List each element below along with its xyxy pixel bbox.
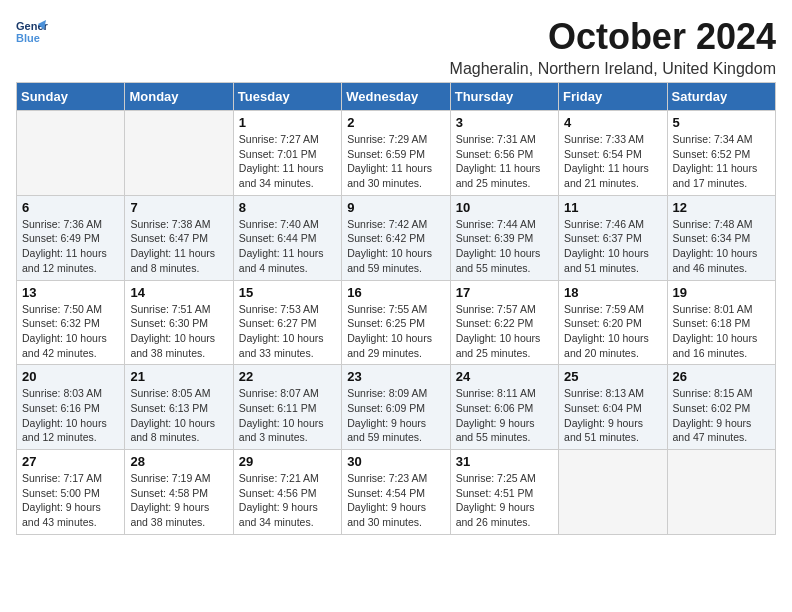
- calendar-week-row: 20Sunrise: 8:03 AM Sunset: 6:16 PM Dayli…: [17, 365, 776, 450]
- calendar-week-row: 13Sunrise: 7:50 AM Sunset: 6:32 PM Dayli…: [17, 280, 776, 365]
- calendar-cell: 28Sunrise: 7:19 AM Sunset: 4:58 PM Dayli…: [125, 450, 233, 535]
- calendar-cell: 9Sunrise: 7:42 AM Sunset: 6:42 PM Daylig…: [342, 195, 450, 280]
- calendar-body: 1Sunrise: 7:27 AM Sunset: 7:01 PM Daylig…: [17, 111, 776, 535]
- calendar-cell: 14Sunrise: 7:51 AM Sunset: 6:30 PM Dayli…: [125, 280, 233, 365]
- day-info: Sunrise: 7:50 AM Sunset: 6:32 PM Dayligh…: [22, 302, 119, 361]
- day-number: 30: [347, 454, 444, 469]
- day-number: 22: [239, 369, 336, 384]
- calendar-week-row: 6Sunrise: 7:36 AM Sunset: 6:49 PM Daylig…: [17, 195, 776, 280]
- header: General Blue October 2024 Magheralin, No…: [16, 16, 776, 78]
- calendar-cell: 23Sunrise: 8:09 AM Sunset: 6:09 PM Dayli…: [342, 365, 450, 450]
- calendar-cell: 10Sunrise: 7:44 AM Sunset: 6:39 PM Dayli…: [450, 195, 558, 280]
- calendar-cell: 24Sunrise: 8:11 AM Sunset: 6:06 PM Dayli…: [450, 365, 558, 450]
- calendar-cell: 5Sunrise: 7:34 AM Sunset: 6:52 PM Daylig…: [667, 111, 775, 196]
- day-number: 16: [347, 285, 444, 300]
- day-number: 10: [456, 200, 553, 215]
- calendar-table: SundayMondayTuesdayWednesdayThursdayFrid…: [16, 82, 776, 535]
- calendar-cell: 16Sunrise: 7:55 AM Sunset: 6:25 PM Dayli…: [342, 280, 450, 365]
- calendar-cell: 7Sunrise: 7:38 AM Sunset: 6:47 PM Daylig…: [125, 195, 233, 280]
- day-number: 28: [130, 454, 227, 469]
- calendar-header-cell: Sunday: [17, 83, 125, 111]
- logo: General Blue: [16, 16, 48, 48]
- day-info: Sunrise: 7:46 AM Sunset: 6:37 PM Dayligh…: [564, 217, 661, 276]
- day-info: Sunrise: 7:17 AM Sunset: 5:00 PM Dayligh…: [22, 471, 119, 530]
- calendar-week-row: 1Sunrise: 7:27 AM Sunset: 7:01 PM Daylig…: [17, 111, 776, 196]
- title-area: October 2024 Magheralin, Northern Irelan…: [450, 16, 776, 78]
- day-number: 7: [130, 200, 227, 215]
- calendar-cell: 2Sunrise: 7:29 AM Sunset: 6:59 PM Daylig…: [342, 111, 450, 196]
- day-info: Sunrise: 7:25 AM Sunset: 4:51 PM Dayligh…: [456, 471, 553, 530]
- calendar-cell: [559, 450, 667, 535]
- calendar-cell: [17, 111, 125, 196]
- calendar-cell: 1Sunrise: 7:27 AM Sunset: 7:01 PM Daylig…: [233, 111, 341, 196]
- day-info: Sunrise: 7:59 AM Sunset: 6:20 PM Dayligh…: [564, 302, 661, 361]
- day-info: Sunrise: 7:23 AM Sunset: 4:54 PM Dayligh…: [347, 471, 444, 530]
- day-info: Sunrise: 7:53 AM Sunset: 6:27 PM Dayligh…: [239, 302, 336, 361]
- calendar-cell: 20Sunrise: 8:03 AM Sunset: 6:16 PM Dayli…: [17, 365, 125, 450]
- day-info: Sunrise: 8:07 AM Sunset: 6:11 PM Dayligh…: [239, 386, 336, 445]
- day-number: 13: [22, 285, 119, 300]
- day-info: Sunrise: 8:09 AM Sunset: 6:09 PM Dayligh…: [347, 386, 444, 445]
- day-number: 2: [347, 115, 444, 130]
- calendar-header-cell: Tuesday: [233, 83, 341, 111]
- calendar-header-cell: Monday: [125, 83, 233, 111]
- day-info: Sunrise: 7:55 AM Sunset: 6:25 PM Dayligh…: [347, 302, 444, 361]
- day-number: 20: [22, 369, 119, 384]
- day-info: Sunrise: 7:40 AM Sunset: 6:44 PM Dayligh…: [239, 217, 336, 276]
- calendar-cell: 8Sunrise: 7:40 AM Sunset: 6:44 PM Daylig…: [233, 195, 341, 280]
- day-number: 8: [239, 200, 336, 215]
- calendar-header-cell: Friday: [559, 83, 667, 111]
- day-info: Sunrise: 7:38 AM Sunset: 6:47 PM Dayligh…: [130, 217, 227, 276]
- day-number: 12: [673, 200, 770, 215]
- day-number: 3: [456, 115, 553, 130]
- day-number: 29: [239, 454, 336, 469]
- calendar-header-row: SundayMondayTuesdayWednesdayThursdayFrid…: [17, 83, 776, 111]
- calendar-cell: 11Sunrise: 7:46 AM Sunset: 6:37 PM Dayli…: [559, 195, 667, 280]
- day-number: 6: [22, 200, 119, 215]
- day-info: Sunrise: 7:57 AM Sunset: 6:22 PM Dayligh…: [456, 302, 553, 361]
- day-number: 5: [673, 115, 770, 130]
- calendar-week-row: 27Sunrise: 7:17 AM Sunset: 5:00 PM Dayli…: [17, 450, 776, 535]
- month-title: October 2024: [450, 16, 776, 58]
- day-info: Sunrise: 7:44 AM Sunset: 6:39 PM Dayligh…: [456, 217, 553, 276]
- calendar-cell: 13Sunrise: 7:50 AM Sunset: 6:32 PM Dayli…: [17, 280, 125, 365]
- day-info: Sunrise: 8:03 AM Sunset: 6:16 PM Dayligh…: [22, 386, 119, 445]
- day-number: 15: [239, 285, 336, 300]
- day-info: Sunrise: 7:29 AM Sunset: 6:59 PM Dayligh…: [347, 132, 444, 191]
- day-info: Sunrise: 8:15 AM Sunset: 6:02 PM Dayligh…: [673, 386, 770, 445]
- calendar-cell: 6Sunrise: 7:36 AM Sunset: 6:49 PM Daylig…: [17, 195, 125, 280]
- calendar-cell: 12Sunrise: 7:48 AM Sunset: 6:34 PM Dayli…: [667, 195, 775, 280]
- day-number: 27: [22, 454, 119, 469]
- calendar-cell: 18Sunrise: 7:59 AM Sunset: 6:20 PM Dayli…: [559, 280, 667, 365]
- day-info: Sunrise: 7:19 AM Sunset: 4:58 PM Dayligh…: [130, 471, 227, 530]
- calendar-header-cell: Saturday: [667, 83, 775, 111]
- logo-icon: General Blue: [16, 16, 48, 48]
- calendar-cell: 29Sunrise: 7:21 AM Sunset: 4:56 PM Dayli…: [233, 450, 341, 535]
- calendar-cell: 21Sunrise: 8:05 AM Sunset: 6:13 PM Dayli…: [125, 365, 233, 450]
- calendar-header-cell: Thursday: [450, 83, 558, 111]
- day-number: 21: [130, 369, 227, 384]
- day-number: 4: [564, 115, 661, 130]
- calendar-header-cell: Wednesday: [342, 83, 450, 111]
- day-info: Sunrise: 7:48 AM Sunset: 6:34 PM Dayligh…: [673, 217, 770, 276]
- calendar-cell: 3Sunrise: 7:31 AM Sunset: 6:56 PM Daylig…: [450, 111, 558, 196]
- calendar-cell: 26Sunrise: 8:15 AM Sunset: 6:02 PM Dayli…: [667, 365, 775, 450]
- day-number: 19: [673, 285, 770, 300]
- day-info: Sunrise: 7:33 AM Sunset: 6:54 PM Dayligh…: [564, 132, 661, 191]
- day-info: Sunrise: 8:13 AM Sunset: 6:04 PM Dayligh…: [564, 386, 661, 445]
- svg-text:Blue: Blue: [16, 32, 40, 44]
- day-info: Sunrise: 8:05 AM Sunset: 6:13 PM Dayligh…: [130, 386, 227, 445]
- day-number: 17: [456, 285, 553, 300]
- day-info: Sunrise: 7:21 AM Sunset: 4:56 PM Dayligh…: [239, 471, 336, 530]
- location-title: Magheralin, Northern Ireland, United Kin…: [450, 60, 776, 78]
- calendar-cell: [125, 111, 233, 196]
- day-info: Sunrise: 8:11 AM Sunset: 6:06 PM Dayligh…: [456, 386, 553, 445]
- calendar-cell: 17Sunrise: 7:57 AM Sunset: 6:22 PM Dayli…: [450, 280, 558, 365]
- calendar-cell: 30Sunrise: 7:23 AM Sunset: 4:54 PM Dayli…: [342, 450, 450, 535]
- day-info: Sunrise: 7:34 AM Sunset: 6:52 PM Dayligh…: [673, 132, 770, 191]
- day-number: 24: [456, 369, 553, 384]
- day-number: 18: [564, 285, 661, 300]
- day-number: 11: [564, 200, 661, 215]
- calendar-cell: 31Sunrise: 7:25 AM Sunset: 4:51 PM Dayli…: [450, 450, 558, 535]
- calendar-cell: [667, 450, 775, 535]
